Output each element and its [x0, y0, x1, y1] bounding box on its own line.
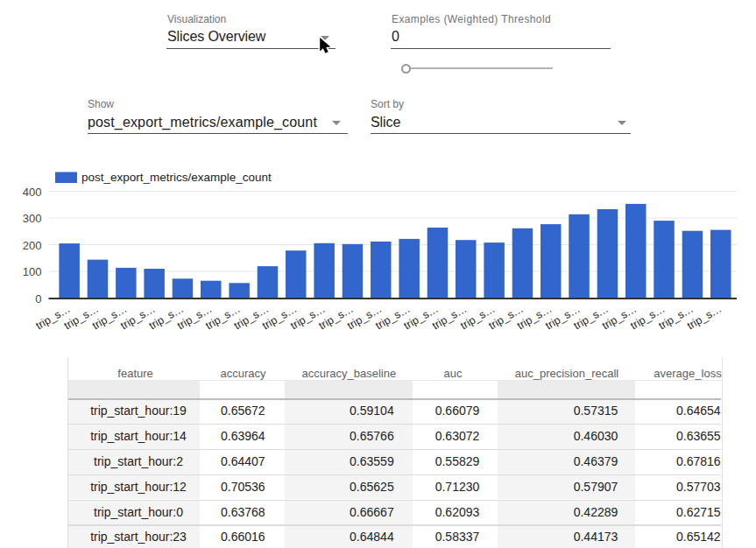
svg-text:0: 0 — [35, 292, 41, 306]
svg-text:post_export_metrics/example_co: post_export_metrics/example_count — [81, 171, 272, 184]
svg-text:100: 100 — [23, 265, 42, 278]
svg-text:300: 300 — [23, 212, 42, 225]
svg-text:400: 400 — [23, 186, 42, 199]
svg-text:200: 200 — [23, 239, 42, 252]
